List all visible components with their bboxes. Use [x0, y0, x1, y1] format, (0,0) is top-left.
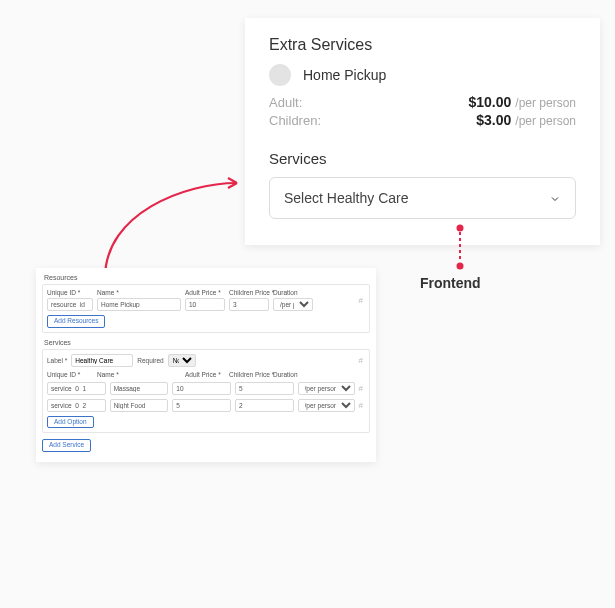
extra-services-title: Extra Services — [269, 36, 576, 54]
service-duration-select[interactable]: /per person — [298, 382, 355, 395]
service-uid-input[interactable] — [47, 399, 106, 412]
service-adult-input[interactable] — [172, 399, 231, 412]
label-input[interactable] — [71, 354, 133, 367]
children-price: $3.00 — [476, 112, 511, 128]
service-row: /per person # — [47, 399, 365, 412]
frontend-label: Frontend — [420, 275, 481, 291]
add-resources-button[interactable]: Add Resources — [47, 315, 105, 328]
chevron-down-icon — [549, 192, 561, 204]
service-duration-select[interactable]: /per person — [298, 399, 355, 412]
add-service-button[interactable]: Add Service — [42, 439, 91, 452]
col-uid: Unique ID * — [47, 289, 93, 296]
services-select-value: Select Healthy Care — [284, 190, 409, 206]
service-name: Home Pickup — [303, 67, 386, 83]
resource-adult-input[interactable] — [185, 298, 225, 311]
resources-box: Unique ID * Name * Adult Price * Childre… — [42, 284, 370, 333]
col-name: Name * — [97, 289, 181, 296]
col-duration: Duration — [273, 371, 313, 378]
services-title: Services — [269, 150, 576, 167]
col-children: Children Price * — [229, 371, 269, 378]
price-row-children: Children: $3.00 /per person — [269, 112, 576, 128]
service-children-input[interactable] — [235, 399, 294, 412]
services-admin-title: Services — [42, 339, 370, 349]
frontend-card: Extra Services Home Pickup Adult: $10.00… — [245, 18, 600, 245]
svg-point-2 — [457, 263, 464, 270]
col-adult: Adult Price * — [185, 371, 225, 378]
required-select[interactable]: No — [168, 354, 196, 367]
col-adult: Adult Price * — [185, 289, 225, 296]
col-name: Name * — [97, 371, 181, 378]
children-label: Children: — [269, 113, 321, 128]
resource-children-input[interactable] — [229, 298, 269, 311]
adult-label: Adult: — [269, 95, 302, 110]
service-adult-input[interactable] — [172, 382, 231, 395]
service-uid-input[interactable] — [47, 382, 106, 395]
resource-duration-select[interactable]: /per person — [273, 298, 313, 311]
service-children-input[interactable] — [235, 382, 294, 395]
col-children: Children Price * — [229, 289, 269, 296]
services-box: Label * Required No # Unique ID * Name *… — [42, 349, 370, 434]
avatar — [269, 64, 291, 86]
label-text: Label * — [47, 357, 67, 364]
children-per: /per person — [515, 114, 576, 128]
resources-title: Resources — [42, 274, 370, 284]
adult-price: $10.00 — [468, 94, 511, 110]
required-text: Required — [137, 357, 163, 364]
col-uid: Unique ID * — [47, 371, 93, 378]
resource-uid-input[interactable] — [47, 298, 93, 311]
arrow-icon — [95, 173, 250, 283]
adult-per: /per person — [515, 96, 576, 110]
price-row-adult: Adult: $10.00 /per person — [269, 94, 576, 110]
col-duration: Duration — [273, 289, 313, 296]
hash-icon: # — [359, 384, 365, 393]
service-name-input[interactable] — [110, 382, 169, 395]
hash-icon: # — [359, 356, 365, 365]
hash-icon: # — [359, 401, 365, 410]
hash-icon: # — [359, 296, 365, 305]
add-option-button[interactable]: Add Option — [47, 416, 94, 429]
admin-panel: Resources Unique ID * Name * Adult Price… — [36, 268, 376, 462]
resource-name-input[interactable] — [97, 298, 181, 311]
service-name-input[interactable] — [110, 399, 169, 412]
service-row: /per person # — [47, 382, 365, 395]
services-select[interactable]: Select Healthy Care — [269, 177, 576, 219]
